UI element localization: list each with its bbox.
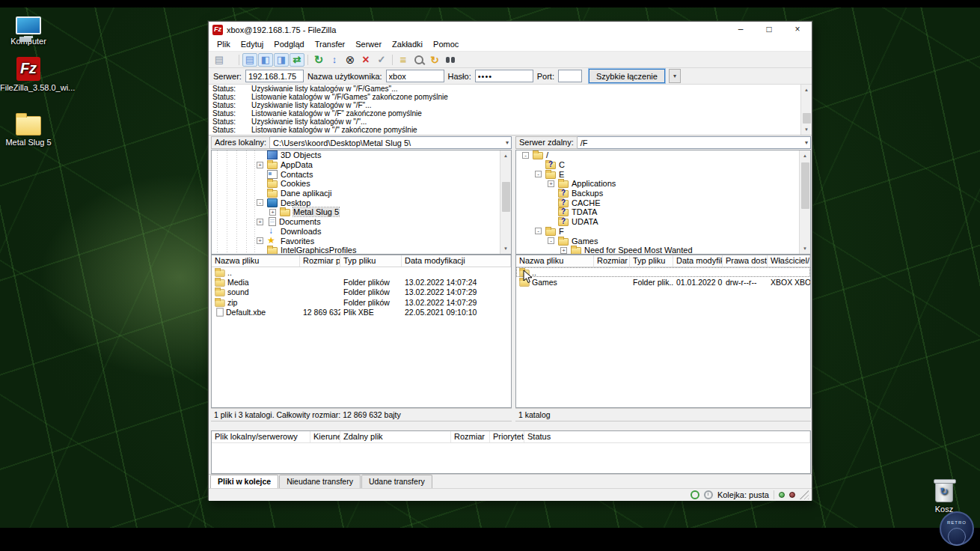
queue-column-direction[interactable]: Kierunek [310,431,340,442]
tree-item[interactable]: UDATA [516,217,810,227]
cancel-operation-icon[interactable] [343,53,358,67]
desktop-icon-metal-slug-5[interactable]: Metal Slug 5 [0,109,57,147]
expander-icon[interactable]: + [548,180,554,187]
password-input[interactable] [475,70,533,82]
file-row[interactable]: sound Folder plików 13.02.2022 14:07:29 [212,287,511,297]
expander-icon[interactable]: + [257,219,263,225]
close-button[interactable]: × [783,22,812,37]
column-header-size[interactable]: Rozmiar pli... [300,255,340,267]
server-input[interactable] [245,70,304,82]
toggle-remote-tree-icon[interactable] [274,53,289,67]
expander-icon[interactable]: - [535,228,542,234]
username-input[interactable] [386,70,444,82]
remote-tree-scrollbar[interactable]: ▲ ▼ [799,150,810,254]
directory-comparison-icon[interactable] [411,53,426,67]
expander-icon[interactable]: + [257,162,263,168]
synchronized-browsing-icon[interactable] [427,53,442,67]
expander-icon[interactable]: + [257,237,263,244]
queue-column-localfile[interactable]: Plik lokalny/serwerowy [212,431,310,442]
tree-item[interactable]: TDATA [516,207,810,217]
port-input[interactable] [558,70,582,82]
scrollbar-thumb[interactable] [502,182,510,212]
menu-item[interactable]: Podgląd [269,38,309,50]
remote-address-combo[interactable]: /F ▾ [578,136,811,149]
expander-icon[interactable]: + [269,209,276,216]
tree-item[interactable]: Downloads [212,227,511,237]
tree-item[interactable]: C [516,160,810,170]
expander-icon[interactable]: + [560,247,567,254]
scroll-down-icon[interactable]: ▼ [800,243,810,254]
queue-column-remotefile[interactable]: Zdalny plik [340,431,451,442]
quickconnect-dropdown-icon[interactable]: ▾ [669,69,681,83]
expander-icon[interactable]: - [257,199,263,206]
scroll-down-icon[interactable]: ▼ [801,124,812,135]
scrollbar-thumb[interactable] [803,113,811,124]
column-header-date[interactable]: Data modyfikacji [402,255,511,267]
tree-item[interactable]: - Desktop [212,198,511,207]
queue-column-size[interactable]: Rozmiar [451,431,490,442]
local-address-combo[interactable]: C:\Users\koord\Desktop\Metal Slug 5\ ▾ [270,136,512,149]
scroll-up-icon[interactable]: ▲ [801,85,812,95]
resize-grip[interactable] [800,490,809,499]
minimize-button[interactable]: – [726,22,755,37]
disconnect-icon[interactable] [358,53,373,67]
queue-column-priority[interactable]: Priorytet [490,431,524,442]
scrollbar-thumb[interactable] [801,162,809,209]
queue-tab[interactable]: Nieudane transfery [279,475,361,488]
tree-item[interactable]: - / [516,150,810,160]
menu-item[interactable]: Serwer [350,38,387,50]
combo-dropdown-icon[interactable]: ▾ [805,139,808,146]
quickconnect-button[interactable]: Szybkie łączenie [589,69,665,83]
tree-item[interactable]: + Documents [212,217,511,227]
tree-item[interactable]: Dane aplikacji [212,189,511,198]
column-header-name[interactable]: ▲Nazwa pliku [212,255,300,267]
column-header-type[interactable]: Typ pliku [340,255,402,267]
tree-item[interactable]: Backups [516,189,810,198]
tree-item[interactable]: - Games [516,236,810,246]
maximize-button[interactable]: □ [755,22,783,37]
reconnect-icon[interactable] [374,53,389,67]
queue-auto-icon[interactable] [690,490,699,499]
queue-tab[interactable]: Pliki w kolejce [210,475,278,488]
tree-item[interactable]: + Metal Slug 5 [212,207,511,217]
menu-item[interactable]: Transfer [310,38,351,50]
column-header-perms[interactable]: Prawa dost... [723,255,768,267]
tree-item[interactable]: 3D Objects [212,150,511,160]
site-manager-dropdown-icon[interactable] [227,53,236,67]
file-row[interactable]: .. [212,267,511,277]
column-header-size[interactable]: Rozmiar p... [594,255,630,267]
expander-icon[interactable]: - [522,152,529,159]
refresh-icon[interactable] [311,53,326,67]
title-bar[interactable]: Fz xbox@192.168.1.75 - FileZilla – □ × [209,22,812,37]
process-queue-icon[interactable] [327,53,342,67]
local-tree-scrollbar[interactable]: ▲ ▼ [500,150,511,254]
column-header-owner[interactable]: Właściciel/... [768,255,810,267]
queue-tab[interactable]: Udane transfery [361,475,432,488]
menu-item[interactable]: Zakładki [387,38,428,50]
file-row[interactable]: Games Folder plik... 01.01.2022 01:0... … [516,277,810,287]
toggle-transfer-queue-icon[interactable] [290,53,304,67]
expander-icon[interactable]: - [548,237,554,244]
file-row[interactable]: .. [516,267,810,277]
tree-item[interactable]: + Favorites [212,236,511,246]
tree-item[interactable]: Cookies [212,179,511,189]
desktop-icon-recycle-bin[interactable]: ↻ Kosz [916,475,973,514]
find-files-icon[interactable] [443,53,458,67]
column-header-type[interactable]: Typ pliku [630,255,673,267]
tree-item[interactable]: - E [516,169,810,179]
combo-dropdown-icon[interactable]: ▾ [506,139,509,146]
file-row[interactable]: zip Folder plików 13.02.2022 14:07:29 [212,297,511,307]
tree-item[interactable]: + Need for Speed Most Wanted [516,246,810,255]
menu-item[interactable]: Pomoc [428,38,464,50]
file-row[interactable]: Default.xbe 12 869 632 Plik XBE 22.05.20… [212,307,511,317]
tree-item[interactable]: CACHE [516,198,810,207]
toggle-message-log-icon[interactable] [242,53,257,67]
site-manager-icon[interactable] [212,53,227,67]
column-header-name[interactable]: ▲Nazwa pliku [516,255,594,267]
queue-timer-icon[interactable] [704,490,713,499]
tree-item[interactable]: IntelGraphicsProfiles [212,246,511,255]
expander-icon[interactable]: - [535,171,542,177]
column-header-date[interactable]: Data modyfika... [673,255,723,267]
scroll-up-icon[interactable]: ▲ [500,150,511,161]
tree-item[interactable]: + AppData [212,160,511,170]
